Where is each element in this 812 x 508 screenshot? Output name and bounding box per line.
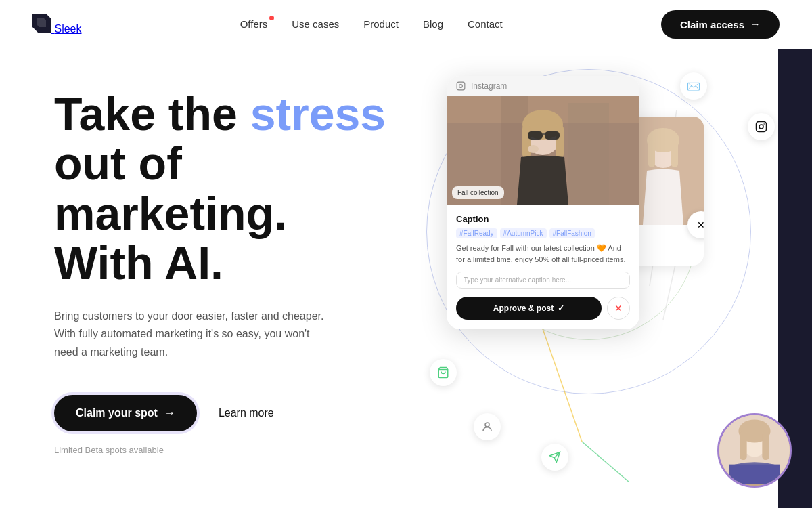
svg-rect-14: [457, 82, 465, 90]
hero-title: Take the stress out of marketing. With A…: [54, 89, 420, 289]
hero-title-part1: Take the: [54, 88, 250, 140]
hero-title-highlight: stress: [250, 88, 386, 140]
tag-2: #AutumnPick: [500, 228, 547, 238]
svg-marker-1: [37, 18, 46, 27]
card-tags: #FallReady #AutumnPick #FallFashion: [456, 228, 630, 238]
approve-button[interactable]: Approve & post ✓: [456, 297, 602, 320]
card-image: Fall collection: [447, 96, 639, 205]
logo[interactable]: Sleek: [32, 14, 81, 35]
avatar-image: [719, 415, 790, 486]
svg-rect-24: [528, 131, 543, 140]
svg-point-27: [528, 145, 539, 153]
svg-rect-37: [762, 431, 769, 460]
close-icon: ✕: [614, 303, 623, 314]
hero-section: Take the stress out of marketing. With A…: [0, 49, 812, 508]
card-body: Caption #FallReady #AutumnPick #FallFash…: [447, 205, 639, 329]
svg-point-9: [763, 123, 765, 125]
nav-item-blog[interactable]: Blog: [423, 18, 443, 30]
hero-title-line2: out of marketing.: [54, 137, 287, 238]
hero-content: Take the stress out of marketing. With A…: [0, 49, 420, 508]
svg-point-8: [759, 125, 763, 129]
svg-point-11: [485, 423, 489, 427]
svg-rect-7: [757, 122, 767, 132]
svg-point-15: [459, 85, 463, 88]
nav-item-product[interactable]: Product: [363, 18, 399, 30]
caption-text: Get ready for Fall with our latest colle…: [456, 242, 630, 265]
hero-visual: ✉️ Instagram: [392, 49, 812, 508]
hero-subtitle: Bring customers to your door easier, fas…: [54, 308, 325, 361]
tag-1: #FallReady: [456, 228, 497, 238]
beta-note: Limited Beta spots available: [54, 445, 420, 455]
svg-rect-23: [556, 125, 564, 158]
caption-title: Caption: [456, 214, 630, 224]
arrow-icon: →: [750, 18, 761, 30]
claim-access-button[interactable]: Claim access →: [661, 10, 780, 39]
svg-line-6: [582, 442, 629, 482]
card-platform: Instagram: [471, 81, 507, 91]
claim-spot-button[interactable]: Claim your spot →: [54, 395, 197, 431]
logo-text: Sleek: [54, 23, 81, 35]
arrow-icon: →: [164, 407, 175, 419]
card-actions: Approve & post ✓ ✕: [456, 297, 630, 320]
nav-item-offers[interactable]: Offers: [240, 18, 268, 30]
svg-rect-31: [648, 140, 655, 167]
people-node: [474, 413, 501, 440]
navbar: Sleek Offers Use cases Product Blog Cont…: [0, 0, 812, 49]
email-node: ✉️: [680, 72, 707, 100]
tag-3: #FallFashion: [549, 228, 595, 238]
offers-notification-dot: [269, 16, 274, 20]
nav-item-contact[interactable]: Contact: [468, 18, 503, 30]
reject-button[interactable]: ✕: [607, 297, 630, 320]
svg-rect-25: [545, 131, 560, 140]
svg-rect-19: [568, 103, 609, 205]
hero-title-line3: With AI.: [54, 237, 223, 289]
nav-item-use-cases[interactable]: Use cases: [292, 18, 339, 30]
checkmark-icon: ✓: [558, 303, 564, 313]
send-node: [541, 444, 568, 471]
svg-rect-36: [740, 431, 746, 460]
hero-buttons: Claim your spot → Learn more: [54, 395, 420, 431]
nav-links: Offers Use cases Product Blog Contact: [240, 18, 503, 30]
avatar: [717, 413, 792, 488]
svg-rect-38: [729, 465, 780, 484]
card-topbar: Instagram: [447, 76, 639, 96]
avatar-svg: [719, 415, 790, 486]
caption-input[interactable]: Type your alternative caption here...: [456, 272, 630, 289]
logo-icon: [32, 14, 51, 33]
cart-node: [430, 359, 457, 386]
svg-rect-32: [671, 140, 678, 167]
instagram-icon: [456, 81, 466, 91]
card-overlay-label: Fall collection: [452, 186, 504, 199]
marketing-card: Instagram: [447, 76, 639, 329]
learn-more-link[interactable]: Learn more: [219, 407, 274, 419]
instagram-node: [748, 113, 775, 140]
svg-rect-22: [522, 125, 531, 158]
